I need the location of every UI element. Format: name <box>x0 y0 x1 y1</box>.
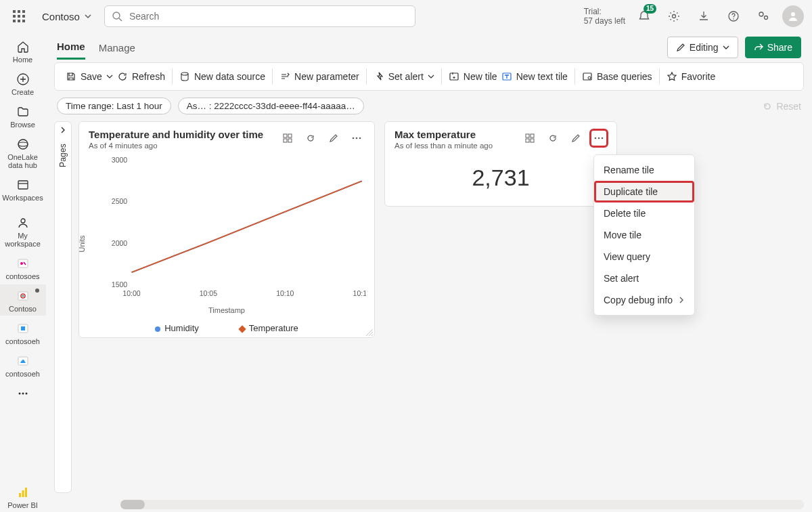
param-chip[interactable]: As… : 2222cccc-33dd-eeee-ff44-aaaaa… <box>178 98 364 114</box>
rail-item-contoso[interactable]: Contoso <box>0 284 46 316</box>
tile-max-temperature: Max temperature As of less than a minute… <box>384 121 617 207</box>
save-button[interactable]: Save <box>66 71 113 82</box>
horizontal-scrollbar[interactable] <box>120 500 804 509</box>
svg-point-9 <box>18 140 28 149</box>
ctx-duplicate-tile[interactable]: Duplicate tile <box>594 181 694 202</box>
search-box[interactable] <box>104 5 415 27</box>
favorite-button[interactable]: Favorite <box>667 71 716 82</box>
svg-rect-11 <box>18 181 28 189</box>
svg-point-10 <box>18 142 28 146</box>
svg-point-54 <box>598 137 600 140</box>
svg-rect-27 <box>25 488 27 497</box>
share-icon <box>754 43 763 52</box>
tile-more-icon[interactable] <box>589 129 608 148</box>
ctx-copy-debug[interactable]: Copy debug info <box>594 289 694 311</box>
rail-item-my-workspace[interactable]: My workspace <box>0 211 46 251</box>
svg-point-2 <box>673 15 676 18</box>
new-parameter-button[interactable]: New parameter <box>279 71 359 82</box>
svg-point-24 <box>25 393 27 395</box>
rail-item-contosoes[interactable]: contosoes <box>0 252 46 283</box>
tile-chart-sub: As of 4 minutes ago <box>89 142 263 150</box>
new-tile-button[interactable]: New tile <box>449 71 497 82</box>
svg-rect-52 <box>531 139 534 142</box>
ctx-delete-tile[interactable]: Delete tile <box>594 202 694 224</box>
chevron-down-icon <box>84 12 92 20</box>
tile-more-icon[interactable] <box>347 129 366 148</box>
help-icon[interactable] <box>723 5 744 27</box>
main: Home Manage Editing Share Save <box>46 33 812 512</box>
svg-point-18 <box>22 295 23 297</box>
pages-rail[interactable]: Pages <box>54 121 72 493</box>
rail-item-more[interactable] <box>0 382 46 404</box>
tile-edit-icon[interactable] <box>566 129 585 148</box>
rail-item-contosoeh-1[interactable]: contosoeh <box>0 317 46 348</box>
svg-rect-51 <box>526 139 529 142</box>
rail-item-powerbi[interactable]: Power BI <box>0 481 46 512</box>
app-launcher-icon[interactable] <box>8 5 30 27</box>
chevron-right-icon <box>59 126 67 134</box>
tile-explore-icon[interactable] <box>520 129 539 148</box>
base-queries-button[interactable]: Base queries <box>582 71 652 82</box>
tab-manage[interactable]: Manage <box>99 37 135 59</box>
text-tile-icon <box>501 71 512 82</box>
svg-text:10:15: 10:15 <box>353 289 366 297</box>
refresh-button[interactable]: Refresh <box>117 71 165 82</box>
left-rail: Home Create Browse OneLake data hub Work… <box>0 33 46 512</box>
star-icon <box>667 71 677 82</box>
svg-point-23 <box>22 393 24 395</box>
tabs-row: Home Manage Editing Share <box>46 33 812 62</box>
rail-item-workspaces[interactable]: Workspaces <box>0 173 46 205</box>
scrollbar-thumb[interactable] <box>120 500 145 509</box>
chart-legend: Humidity Temperature <box>79 323 374 333</box>
reset-icon <box>763 102 772 111</box>
settings-icon[interactable] <box>663 5 685 27</box>
new-text-tile-button[interactable]: New text tile <box>501 71 568 82</box>
tile-edit-icon[interactable] <box>324 129 343 148</box>
ctx-set-alert[interactable]: Set alert <box>594 268 694 289</box>
editing-button[interactable]: Editing <box>667 37 738 58</box>
tile-context-menu: Rename tile Duplicate tile Delete tile M… <box>593 154 695 316</box>
tile-refresh-icon[interactable] <box>543 129 562 148</box>
svg-rect-49 <box>526 134 529 137</box>
ctx-move-tile[interactable]: Move tile <box>594 224 694 246</box>
rail-item-home[interactable]: Home <box>0 35 46 66</box>
share-button[interactable]: Share <box>745 37 801 58</box>
feedback-icon[interactable] <box>752 5 774 27</box>
time-range-chip[interactable]: Time range: Last 1 hour <box>57 98 171 114</box>
chips-row: Time range: Last 1 hour As… : 2222cccc-3… <box>46 91 812 121</box>
svg-point-5 <box>759 12 763 16</box>
svg-text:10:00: 10:00 <box>122 289 140 297</box>
workspace-name: Contoso <box>42 11 80 22</box>
tile-refresh-icon[interactable] <box>301 129 320 148</box>
svg-point-22 <box>18 393 20 395</box>
tile-chart: Temperature and humidity over time As of… <box>78 121 375 338</box>
search-input[interactable] <box>128 10 408 22</box>
resize-handle-icon[interactable] <box>366 329 373 336</box>
svg-point-15 <box>20 262 23 265</box>
tile-maxtemp-value: 2,731 <box>385 150 616 206</box>
avatar[interactable] <box>782 5 804 27</box>
svg-point-40 <box>359 137 361 140</box>
rail-item-contosoeh-2[interactable]: contosoeh <box>0 349 46 381</box>
svg-point-28 <box>181 72 188 75</box>
new-data-source-button[interactable]: New data source <box>179 71 265 82</box>
ctx-rename-tile[interactable]: Rename tile <box>594 159 694 181</box>
svg-rect-50 <box>531 134 534 137</box>
svg-point-7 <box>791 12 795 16</box>
rail-item-onelake[interactable]: OneLake data hub <box>0 133 46 172</box>
ctx-view-query[interactable]: View query <box>594 246 694 268</box>
svg-text:2500: 2500 <box>112 197 127 205</box>
tab-home[interactable]: Home <box>57 35 85 60</box>
download-icon[interactable] <box>693 5 715 27</box>
top-bar: Contoso Trial: 57 days left 15 <box>0 0 812 33</box>
rail-item-create[interactable]: Create <box>0 68 46 99</box>
workspace-switcher[interactable]: Contoso <box>38 8 96 25</box>
rail-item-browse[interactable]: Browse <box>0 100 46 131</box>
svg-rect-35 <box>288 134 292 137</box>
tile-explore-icon[interactable] <box>278 129 297 148</box>
chart-ylabel: Units <box>78 235 86 252</box>
notifications-icon[interactable]: 15 <box>633 5 655 27</box>
reset-button[interactable]: Reset <box>763 101 801 112</box>
set-alert-button[interactable]: Set alert <box>374 71 434 82</box>
svg-point-6 <box>765 16 768 20</box>
